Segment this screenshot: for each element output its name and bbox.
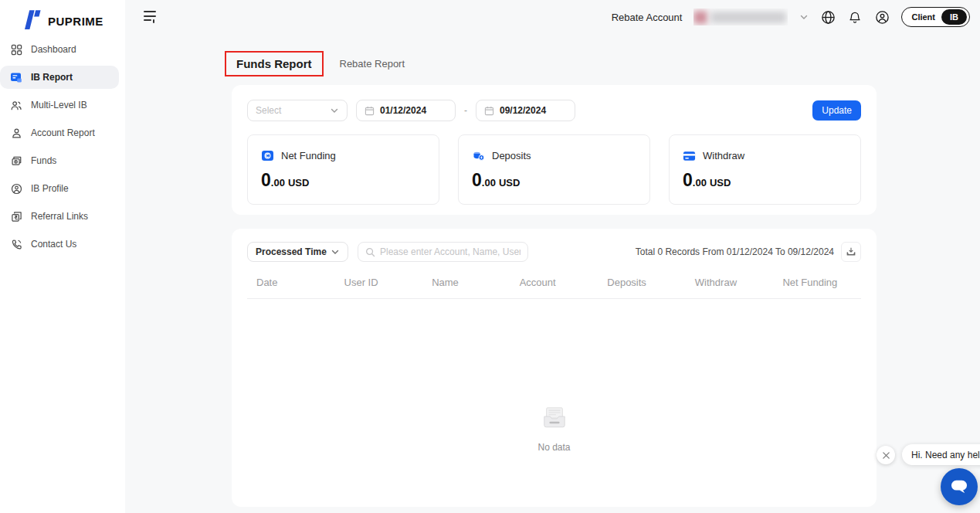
account-number-redacted <box>710 12 786 23</box>
sidebar: PUPRIME Dashboard <box>0 0 125 513</box>
net-funding-icon <box>261 150 274 161</box>
funds-records-panel: Processed Time Total 0 Records From 01/1… <box>232 229 877 507</box>
puprime-logo-icon <box>23 9 42 33</box>
chat-launcher-button[interactable] <box>941 468 978 505</box>
account-select-dropdown[interactable]: Select <box>247 100 348 121</box>
multi-level-ib-icon <box>10 99 22 111</box>
sidebar-item-label: IB Report <box>31 72 73 83</box>
select-placeholder: Select <box>256 105 281 116</box>
column-header-account: Account <box>510 277 599 288</box>
sidebar-item-label: Referral Links <box>31 211 88 222</box>
calendar-icon <box>365 106 375 116</box>
date-from-input[interactable] <box>380 105 442 116</box>
filter-row: Select - Update <box>232 85 877 121</box>
sidebar-item-referral-links[interactable]: Referral Links <box>0 205 119 228</box>
records-controls: Processed Time Total 0 Records From 01/1… <box>232 229 877 262</box>
rebate-account-label: Rebate Account <box>612 12 683 23</box>
sort-selected-value: Processed Time <box>256 246 327 257</box>
stat-label: Deposits <box>492 150 531 161</box>
account-flag-redacted <box>693 11 707 24</box>
sidebar-item-label: Funds <box>31 155 56 166</box>
profile-user-icon[interactable] <box>874 9 890 25</box>
client-ib-toggle[interactable]: Client IB <box>901 7 970 27</box>
funds-icon <box>10 155 22 167</box>
brand-name: PUPRIME <box>48 15 103 28</box>
header-right: Rebate Account Client IB <box>612 7 970 27</box>
stat-value: 0.00USD <box>261 170 426 191</box>
column-header-withdraw: Withdraw <box>686 277 774 288</box>
calendar-icon <box>484 106 494 116</box>
date-to-field[interactable] <box>476 100 575 121</box>
stat-cards: Net Funding 0.00USD Deposits <box>232 121 877 205</box>
toggle-client-label[interactable]: Client <box>904 12 941 22</box>
stat-value: 0.00USD <box>472 170 636 191</box>
sidebar-item-ib-report[interactable]: IB Report <box>0 66 119 89</box>
tab-rebate-report[interactable]: Rebate Report <box>340 58 405 70</box>
download-button[interactable] <box>841 242 861 262</box>
referral-links-icon <box>10 210 22 223</box>
notifications-bell-icon[interactable] <box>847 9 863 25</box>
records-search-field[interactable] <box>358 242 528 262</box>
chevron-down-icon <box>330 106 339 115</box>
ib-report-icon <box>10 71 22 83</box>
net-funding-card: Net Funding 0.00USD <box>247 134 439 205</box>
withdraw-card: Withdraw 0.00USD <box>669 134 861 205</box>
sidebar-item-label: Account Report <box>31 127 95 138</box>
sidebar-item-dashboard[interactable]: Dashboard <box>0 38 119 61</box>
records-summary: Total 0 Records From 01/12/2024 To 09/12… <box>636 246 834 257</box>
funds-summary-panel: Select - Update <box>232 85 877 215</box>
column-header-user-id: User ID <box>335 277 423 288</box>
records-table-header: Date User ID Name Account Deposits Withd… <box>247 277 861 299</box>
sidebar-nav: Dashboard IB Report <box>0 38 125 260</box>
withdraw-icon <box>683 151 696 161</box>
processed-time-dropdown[interactable]: Processed Time <box>247 242 348 262</box>
empty-state: No data <box>232 406 877 453</box>
no-data-icon <box>540 406 569 430</box>
sidebar-item-label: Multi-Level IB <box>31 100 87 110</box>
account-chevron-down-icon[interactable] <box>799 12 809 22</box>
no-data-label: No data <box>232 442 877 453</box>
close-icon <box>882 451 890 460</box>
column-header-name: Name <box>422 277 510 288</box>
sidebar-item-multi-level-ib[interactable]: Multi-Level IB <box>0 93 119 117</box>
deposits-card: Deposits 0.00USD <box>458 134 650 205</box>
deposits-icon <box>472 150 485 161</box>
rebate-account-value-redacted[interactable] <box>693 8 788 25</box>
column-header-date: Date <box>247 277 335 288</box>
update-button[interactable]: Update <box>812 100 861 121</box>
column-header-net-funding: Net Funding <box>773 277 861 288</box>
sidebar-item-account-report[interactable]: Account Report <box>0 121 119 144</box>
chat-bubble-icon <box>950 479 968 494</box>
ib-portal-app: PUPRIME Dashboard <box>0 0 980 513</box>
ib-profile-icon <box>10 182 22 195</box>
toggle-ib-label[interactable]: IB <box>941 9 967 25</box>
date-range-separator: - <box>464 105 467 116</box>
stat-label: Withdraw <box>703 150 744 161</box>
stat-label: Net Funding <box>281 150 336 161</box>
records-search-input[interactable] <box>380 246 521 257</box>
sidebar-item-ib-profile[interactable]: IB Profile <box>0 177 119 200</box>
date-to-input[interactable] <box>500 105 561 116</box>
account-report-icon <box>10 127 22 139</box>
brand-logo: PUPRIME <box>0 0 125 33</box>
contact-us-icon <box>10 238 22 250</box>
chevron-down-icon <box>331 247 340 256</box>
column-header-deposits: Deposits <box>598 277 686 288</box>
collapse-sidebar-button[interactable] <box>144 11 159 24</box>
sidebar-item-label: IB Profile <box>31 183 69 194</box>
sidebar-item-label: Dashboard <box>31 44 76 55</box>
stat-value: 0.00USD <box>683 170 847 191</box>
sidebar-item-funds[interactable]: Funds <box>0 149 119 172</box>
sidebar-item-label: Contact Us <box>31 239 76 250</box>
language-globe-icon[interactable] <box>820 9 836 25</box>
date-from-field[interactable] <box>356 100 456 121</box>
dashboard-icon <box>10 43 22 56</box>
report-tabs: Funds Report Rebate Report <box>225 51 405 76</box>
download-icon <box>846 246 856 257</box>
sidebar-item-contact-us[interactable]: Contact Us <box>0 233 119 256</box>
chat-greeting-bubble[interactable]: Hi. Need any help? <box>902 444 980 465</box>
chat-close-button[interactable] <box>877 446 895 464</box>
search-icon <box>365 247 375 257</box>
tab-funds-report[interactable]: Funds Report <box>225 51 324 76</box>
